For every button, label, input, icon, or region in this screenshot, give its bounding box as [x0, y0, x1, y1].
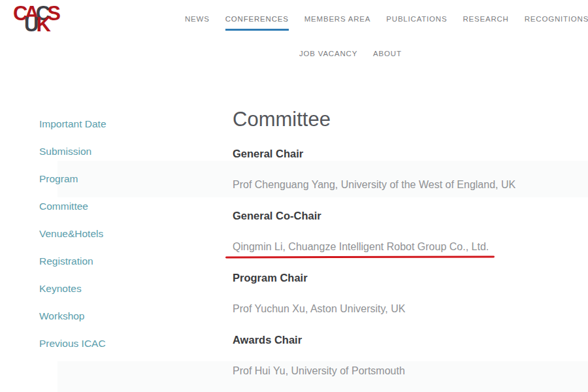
role-heading-general-co-chair: General Co-Chair: [233, 210, 321, 222]
nav-item-conferences[interactable]: CONFERENCES: [225, 15, 289, 31]
main-nav-row1: NEWS CONFERENCES MEMBERS AREA PUBLICATIO…: [185, 15, 588, 31]
co-chair-underline-annotation: [225, 255, 495, 258]
sidebar-item-venue-hotels[interactable]: Venue&Hotels: [39, 227, 106, 240]
logo-letter-u: U: [24, 13, 36, 36]
person-general-chair: Prof Chenguang Yang, University of the W…: [233, 179, 515, 191]
role-heading-awards-chair: Awards Chair: [233, 334, 302, 346]
sidebar-item-important-date[interactable]: Important Date: [39, 118, 106, 131]
sidebar-item-keynotes[interactable]: Keynotes: [39, 282, 106, 295]
person-general-co-chair: Qingmin Li, Chuangze Intelligent Robot G…: [233, 241, 489, 253]
role-heading-general-chair: General Chair: [233, 148, 303, 160]
nav-item-research[interactable]: RESEARCH: [463, 15, 508, 29]
cacs-uk-logo[interactable]: CACS UK: [13, 5, 54, 39]
nav-item-publications[interactable]: PUBLICATIONS: [386, 15, 447, 29]
person-program-chair: Prof Yuchun Xu, Aston University, UK: [233, 303, 405, 315]
sidebar-item-previous-icac[interactable]: Previous ICAC: [39, 337, 106, 350]
main-nav-row2: JOB VACANCY ABOUT: [299, 50, 402, 63]
person-awards-chair: Prof Hui Yu, University of Portsmouth: [233, 365, 405, 377]
sidebar-item-registration[interactable]: Registration: [39, 255, 106, 268]
logo-letter-k: K: [36, 13, 48, 36]
nav-item-about[interactable]: ABOUT: [373, 50, 402, 63]
nav-item-job-vacancy[interactable]: JOB VACANCY: [299, 50, 357, 63]
logo-letter-s: S: [47, 2, 57, 25]
sidebar-item-program[interactable]: Program: [39, 172, 106, 186]
nav-item-members-area[interactable]: MEMBERS AREA: [304, 15, 371, 29]
nav-item-recognitions[interactable]: RECOGNITIONS: [525, 15, 588, 29]
page-title: Committee: [233, 108, 331, 131]
role-heading-program-chair: Program Chair: [233, 272, 308, 284]
sidebar-item-workshop[interactable]: Workshop: [39, 310, 106, 323]
nav-item-news[interactable]: NEWS: [185, 15, 210, 29]
conference-sidebar: Important Date Submission Program Commit…: [39, 118, 106, 350]
sidebar-item-submission[interactable]: Submission: [39, 145, 106, 158]
sidebar-item-committee[interactable]: Committee: [39, 200, 106, 213]
